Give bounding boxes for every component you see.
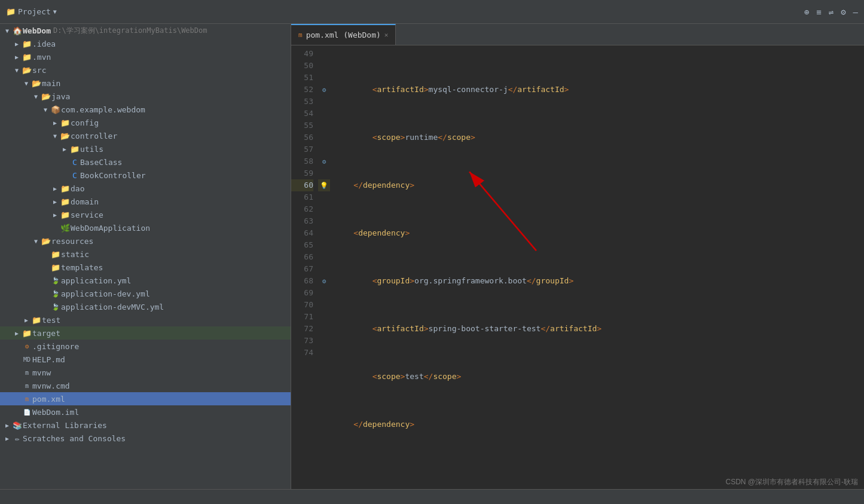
label-helpmd: HELP.md xyxy=(32,355,65,364)
code-editor: 49 50 51 52 53 54 55 56 57 58 59 60 61 6… xyxy=(291,45,864,489)
tree-item-resources[interactable]: ▼ 📂 resources xyxy=(0,234,291,248)
label-main: main xyxy=(42,79,60,88)
tree-item-src[interactable]: ▼ 📂 src xyxy=(0,63,291,77)
tree-item-templates[interactable]: 📁 templates xyxy=(0,261,291,274)
code-content[interactable]: <artifactId>mysql-connector-j</artifactI… xyxy=(330,45,864,489)
tree-item-gitignore[interactable]: ⚙ .gitignore xyxy=(0,340,291,353)
code-line-57 xyxy=(330,466,864,478)
tree-item-target[interactable]: ▶ 📁 target xyxy=(0,326,291,340)
arrow-mvn: ▶ xyxy=(12,54,22,60)
tree-item-idea[interactable]: ▶ 📁 .idea xyxy=(0,37,291,50)
tree-item-java[interactable]: ▼ 📂 java xyxy=(0,90,291,103)
minimize-icon[interactable]: — xyxy=(853,7,858,17)
folder-icon-java: 📂 xyxy=(41,92,51,101)
tree-item-appyml[interactable]: 🍃 application.yml xyxy=(0,274,291,287)
tree-item-pomxml[interactable]: m pom.xml xyxy=(0,392,291,405)
label-webdomiml: WebDom.iml xyxy=(32,408,79,417)
label-service: service xyxy=(71,210,103,219)
code-line-50: <scope>runtime</scope> xyxy=(330,132,864,143)
tree-item-bookcontroller[interactable]: C BookController xyxy=(0,169,291,182)
toolbar-icons: ⊕ ≡ ⇌ ⚙ — xyxy=(804,7,858,17)
label-utils: utils xyxy=(80,145,103,154)
tree-item-test[interactable]: ▶ 📁 test xyxy=(0,313,291,326)
structure-icon[interactable]: ≡ xyxy=(816,7,821,17)
tab-pomxml[interactable]: m pom.xml (WebDom) ✕ xyxy=(291,24,396,45)
tree-item-static[interactable]: 📁 static xyxy=(0,248,291,261)
label-resources: resources xyxy=(51,237,93,246)
label-controller: controller xyxy=(71,132,117,140)
sync-icon[interactable]: ⊕ xyxy=(804,7,809,17)
tree-item-appdevmvc[interactable]: 🍃 application-devMVC.yml xyxy=(0,300,291,313)
arrow-controller: ▼ xyxy=(50,133,60,139)
label-package: com.example.webdom xyxy=(61,105,145,114)
label-mvnwcmd: mvnw.cmd xyxy=(32,381,70,390)
top-bar: 📁 Project ▼ ⊕ ≡ ⇌ ⚙ — xyxy=(0,0,864,24)
arrow-dao: ▶ xyxy=(50,185,60,192)
arrow-utils: ▶ xyxy=(60,146,69,152)
settings-icon[interactable]: ⚙ xyxy=(841,7,845,17)
tree-item-appdevyml[interactable]: 🍃 application-dev.yml xyxy=(0,287,291,300)
arrow-scratches: ▶ xyxy=(2,435,12,442)
tree-item-service[interactable]: ▶ 📁 service xyxy=(0,208,291,221)
label-appdevyml: application-dev.yml xyxy=(61,289,150,298)
label-java: java xyxy=(51,92,70,101)
label-mvnw: mvnw xyxy=(32,368,51,377)
folder-icon-idea: 📁 xyxy=(22,39,32,48)
tree-item-utils[interactable]: ▶ 📁 utils xyxy=(0,142,291,155)
code-line-52: <dependency> xyxy=(330,227,864,239)
label-mvn: .mvn xyxy=(32,53,51,62)
mvn-icon-mvnwcmd: m xyxy=(22,383,32,389)
folder-icon-utils: 📁 xyxy=(69,145,80,154)
editor-area: m pom.xml (WebDom) ✕ 49 50 51 52 53 54 5… xyxy=(291,24,864,489)
class-icon-baseclass: C xyxy=(69,158,80,167)
tree-item-helpmd[interactable]: MD HELP.md xyxy=(0,353,291,366)
tab-xml-icon: m xyxy=(298,31,303,39)
sidebar: ▼ 🏠 WebDom D:\学习案例\integrationMyBatis\We… xyxy=(0,24,291,489)
arrow-src: ▼ xyxy=(12,67,22,74)
tree-item-baseclass[interactable]: C BaseClass xyxy=(0,155,291,169)
tab-close-pomxml[interactable]: ✕ xyxy=(384,31,389,39)
tree-item-webdomiml[interactable]: 📄 WebDom.iml xyxy=(0,405,291,419)
tree-item-main[interactable]: ▼ 📂 main xyxy=(0,77,291,90)
tree-item-package[interactable]: ▼ 📦 com.example.webdom xyxy=(0,103,291,116)
label-webdomapp: WebDomApplication xyxy=(71,224,150,233)
class-icon-bookcontroller: C xyxy=(69,171,80,180)
folder-icon-target: 📁 xyxy=(22,329,32,338)
tab-pomxml-label: pom.xml (WebDom) xyxy=(306,30,381,39)
tree-item-mvn[interactable]: ▶ 📁 .mvn xyxy=(0,50,291,63)
label-domain: domain xyxy=(71,197,99,206)
tree-item-mvnw[interactable]: m mvnw xyxy=(0,366,291,379)
arrow-external: ▶ xyxy=(2,422,12,429)
line-numbers: 49 50 51 52 53 54 55 56 57 58 59 60 61 6… xyxy=(291,45,318,489)
swap-icon[interactable]: ⇌ xyxy=(829,7,834,17)
folder-icon-templates: 📁 xyxy=(50,263,61,272)
folder-icon-src: 📂 xyxy=(22,66,32,75)
arrow-java: ▼ xyxy=(31,93,41,100)
label-webdom: WebDom xyxy=(23,26,51,35)
mvn-icon-mvnw: m xyxy=(22,369,32,376)
project-dropdown-icon: ▼ xyxy=(53,8,57,15)
md-icon-helpmd: MD xyxy=(22,356,32,363)
folder-icon-resources: 📂 xyxy=(41,237,51,246)
tree-item-domain[interactable]: ▶ 📁 domain xyxy=(0,195,291,208)
project-selector[interactable]: 📁 Project ▼ xyxy=(6,7,57,16)
tree-item-webdomapp[interactable]: 🌿 WebDomApplication xyxy=(0,221,291,234)
tree-item-mvnwcmd[interactable]: m mvnw.cmd xyxy=(0,379,291,392)
bottom-bar: CSDN @深圳市有德者科技有限公司-耿瑞 xyxy=(0,489,864,504)
watermark: CSDN @深圳市有德者科技有限公司-耿瑞 xyxy=(725,477,858,487)
tree-item-controller[interactable]: ▼ 📂 controller xyxy=(0,129,291,142)
git-icon-gitignore: ⚙ xyxy=(22,343,32,350)
tree-item-config[interactable]: ▶ 📁 config xyxy=(0,116,291,129)
arrow-service: ▶ xyxy=(50,212,60,218)
tree-item-webdom[interactable]: ▼ 🏠 WebDom D:\学习案例\integrationMyBatis\We… xyxy=(0,24,291,37)
tree-item-dao[interactable]: ▶ 📁 dao xyxy=(0,182,291,195)
path-webdom: D:\学习案例\integrationMyBatis\WebDom xyxy=(53,26,207,36)
tree-item-scratches[interactable]: ▶ ✏️ Scratches and Consoles xyxy=(0,432,291,445)
tree-item-external-libraries[interactable]: ▶ 📚 External Libraries xyxy=(0,419,291,432)
folder-icon-package: 📦 xyxy=(50,105,61,114)
label-src: src xyxy=(32,66,46,75)
folder-icon-service: 📁 xyxy=(60,210,71,219)
code-line-51: </dependency> xyxy=(330,179,864,191)
yaml-icon-appyml: 🍃 xyxy=(50,277,61,285)
code-line-53: <groupId>org.springframework.boot</group… xyxy=(330,275,864,287)
